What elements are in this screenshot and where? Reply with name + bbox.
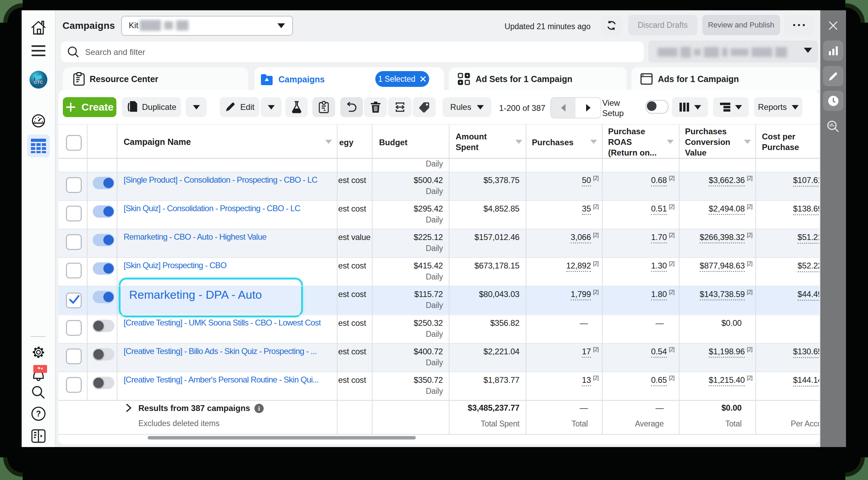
svg-text:CTC: CTC [34,80,43,85]
svg-text:?: ? [36,409,41,418]
